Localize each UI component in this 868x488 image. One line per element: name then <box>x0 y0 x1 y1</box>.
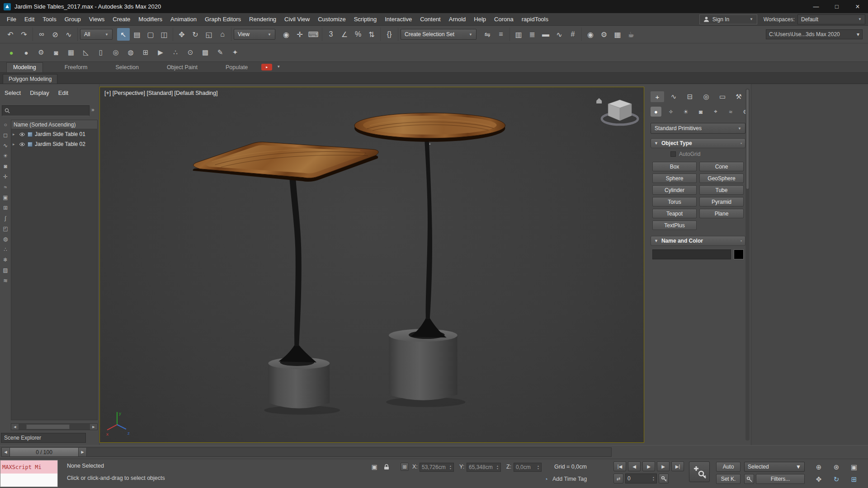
menu-item[interactable]: rapidTools <box>518 13 552 25</box>
menu-item[interactable]: Scripting <box>350 13 381 25</box>
modify-tab-icon[interactable]: ∿ <box>667 91 680 102</box>
previous-frame-button[interactable]: ◀ <box>628 461 641 471</box>
select-and-manipulate-icon[interactable]: ✛ <box>293 28 306 41</box>
menu-item[interactable]: Content <box>416 13 445 25</box>
spacewarps-category-icon[interactable]: ≈ <box>725 107 736 117</box>
snaps-toggle-icon[interactable]: 3 <box>325 28 337 41</box>
menu-item[interactable]: File <box>3 13 20 25</box>
mirror-icon[interactable]: ⇋ <box>481 28 494 41</box>
display-containers-icon[interactable]: ◰ <box>3 226 8 231</box>
cameras-category-icon[interactable]: ◙ <box>695 107 706 117</box>
display-hidden-icon[interactable]: ▨ <box>3 267 8 273</box>
maxscript-mini-listener[interactable]: MAXScript Mi <box>0 460 58 487</box>
spinner-down-icon[interactable]: ▼ <box>537 468 539 470</box>
selection-lock-icon[interactable] <box>382 462 391 471</box>
viewcube[interactable] <box>596 98 638 125</box>
perspective-viewport[interactable]: [+] [Perspective] [Standard] [Default Sh… <box>99 87 644 443</box>
expand-icon[interactable]: ▸ <box>13 132 17 136</box>
key-selection-set-dropdown[interactable]: Selected ▼ <box>744 462 805 472</box>
menu-item[interactable]: Views <box>85 13 108 25</box>
scene-explorer-menu-item[interactable]: Edit <box>58 89 68 96</box>
maxscript-listener-line[interactable] <box>0 474 57 487</box>
display-materials-icon[interactable]: ◍ <box>3 236 8 242</box>
overflow-chevron-icon[interactable]: » <box>91 107 94 113</box>
go-to-end-button[interactable]: ▶| <box>671 461 684 471</box>
scrollbar-thumb[interactable] <box>26 424 70 429</box>
primitive-button[interactable]: Box <box>652 162 697 171</box>
hierarchy-tab-icon[interactable]: ⊟ <box>683 91 697 102</box>
menu-item[interactable]: Modifiers <box>134 13 166 25</box>
display-spacewarps-icon[interactable]: ≈ <box>4 184 7 190</box>
display-tab-icon[interactable]: ▭ <box>716 91 729 102</box>
minimize-button[interactable]: — <box>806 0 826 13</box>
page-icon[interactable]: ▯ <box>95 47 107 58</box>
name-and-color-rollout-header[interactable]: ▼ Name and Color ▪ <box>651 236 745 246</box>
auto-key-button[interactable]: Auto <box>716 462 741 472</box>
toggle-scene-explorer-icon[interactable]: ▥ <box>512 28 525 41</box>
spinner-down-icon[interactable]: ▼ <box>449 468 452 470</box>
ramp-icon[interactable]: ◺ <box>80 47 92 58</box>
corona-sphere-icon[interactable]: ● <box>5 47 17 58</box>
scene-explorer-search[interactable] <box>2 105 90 116</box>
menu-item[interactable]: Rendering <box>245 13 280 25</box>
primitive-button[interactable]: Cone <box>699 162 744 171</box>
scatter-icon[interactable]: ∴ <box>170 47 181 58</box>
scrollbar-thumb[interactable] <box>746 89 749 189</box>
add-box-icon[interactable]: ⊞ <box>140 47 151 58</box>
display-cameras-icon[interactable]: ◙ <box>4 164 7 169</box>
display-shapes-icon[interactable]: ∿ <box>3 143 8 148</box>
menu-item[interactable]: Graph Editors <box>201 13 245 25</box>
schematic-view-icon[interactable]: # <box>566 28 579 41</box>
spinner-up-icon[interactable]: ▲ <box>652 476 655 479</box>
display-groups-icon[interactable]: ▣ <box>3 195 8 200</box>
grid-tool-icon[interactable]: ▩ <box>199 47 211 58</box>
primitive-button[interactable]: Sphere <box>652 174 697 183</box>
key-filters-button[interactable]: Filters... <box>756 474 805 484</box>
utilities-tab-icon[interactable]: ⚒ <box>732 91 745 102</box>
ribbon-tab[interactable]: Populate <box>219 63 254 72</box>
menu-item[interactable]: Help <box>470 13 490 25</box>
scrollbar-track[interactable] <box>19 424 90 430</box>
pan-icon[interactable]: ✥ <box>813 474 825 485</box>
display-bones-icon[interactable]: ∫ <box>5 216 6 221</box>
unlink-selection-icon[interactable]: ⊘ <box>49 28 61 41</box>
scroll-right-icon[interactable]: ▶ <box>90 424 97 430</box>
menu-item[interactable]: Group <box>61 13 85 25</box>
angle-snap-toggle-icon[interactable]: ∠ <box>338 28 351 41</box>
primitive-button[interactable]: Pyramid <box>699 197 744 206</box>
ribbon-tab[interactable]: Freeform <box>58 63 94 72</box>
toggle-ribbon-icon[interactable]: ▬ <box>539 28 552 41</box>
percent-snap-toggle-icon[interactable]: % <box>352 28 364 41</box>
select-and-rotate-icon[interactable]: ↻ <box>189 28 202 41</box>
maximize-viewport-toggle-icon[interactable]: ⊞ <box>848 474 860 485</box>
primitive-button[interactable]: GeoSphere <box>699 174 744 183</box>
menu-item[interactable]: Interactive <box>381 13 416 25</box>
camera-tool-icon[interactable]: ◙ <box>50 47 62 58</box>
display-particles-icon[interactable]: ∴ <box>4 247 7 252</box>
display-geometry-icon[interactable]: ◻ <box>3 132 8 138</box>
torus-tool-icon[interactable]: ◎ <box>110 47 122 58</box>
ribbon-tab[interactable]: Object Paint <box>160 63 204 72</box>
previous-frame-arrow[interactable]: ◀ <box>2 448 10 456</box>
spinner-down-icon[interactable]: ▼ <box>652 479 655 481</box>
name-column-header[interactable]: Name (Sorted Ascending) <box>11 120 97 129</box>
workspaces-dropdown[interactable]: Default ▼ <box>797 14 865 24</box>
play-button[interactable]: ▶ <box>642 461 655 471</box>
key-filters-icon[interactable] <box>744 474 754 484</box>
menu-item[interactable]: Edit <box>20 13 38 25</box>
select-and-scale-icon[interactable]: ◱ <box>203 28 215 41</box>
set-keys-button[interactable] <box>689 461 710 482</box>
edit-named-selection-sets-icon[interactable]: {} <box>383 28 396 41</box>
rectangular-selection-region-icon[interactable]: ▢ <box>144 28 157 41</box>
object-color-swatch[interactable] <box>734 249 744 259</box>
primitive-button[interactable]: Cylinder <box>652 185 697 195</box>
spinner-up-icon[interactable]: ▲ <box>496 465 499 467</box>
spinner-up-icon[interactable]: ▲ <box>537 465 539 467</box>
scene-explorer-menu-item[interactable]: Display <box>30 89 49 96</box>
zoom-icon[interactable]: ⊕ <box>813 462 825 473</box>
time-slider-track[interactable]: ◀ 0 / 100 ▶ <box>1 447 612 457</box>
window-crossing-toggle-icon[interactable]: ◫ <box>158 28 170 41</box>
primitive-button[interactable]: Plane <box>699 209 744 218</box>
gears-icon[interactable]: ⚙ <box>35 47 47 58</box>
key-icon[interactable] <box>659 474 669 483</box>
